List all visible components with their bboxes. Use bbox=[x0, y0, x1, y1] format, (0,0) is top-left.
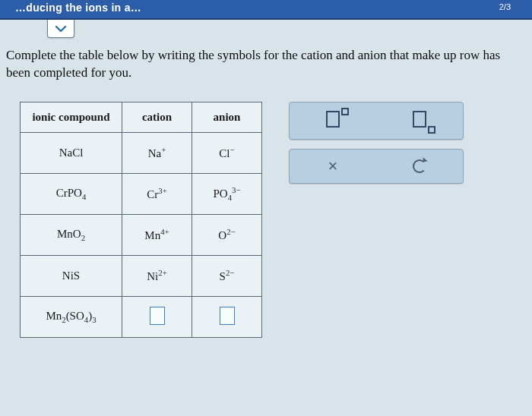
anion-formula: S2− bbox=[220, 269, 235, 282]
instruction-text: Complete the table below by writing the … bbox=[6, 47, 526, 82]
header-compound: ionic compound bbox=[21, 102, 122, 133]
tool-panel: × bbox=[289, 102, 464, 184]
action-toolbar: × bbox=[289, 149, 464, 184]
answer-input[interactable] bbox=[150, 307, 165, 325]
cell-cation[interactable] bbox=[122, 297, 192, 338]
cell-cation: Ni2+ bbox=[122, 256, 192, 297]
cell-cation: Mn4+ bbox=[122, 215, 192, 256]
template-toolbar bbox=[289, 102, 464, 140]
window-titlebar: …ducing the ions in a… 2/3 bbox=[0, 0, 532, 20]
cell-compound: NiS bbox=[21, 256, 122, 297]
ionic-table-wrap: ionic compound cation anion NaClNa+Cl−Cr… bbox=[20, 102, 262, 338]
cell-anion: Cl− bbox=[192, 133, 262, 174]
compound-formula: Mn2(SO4)3 bbox=[46, 310, 96, 324]
anion-formula: O2− bbox=[218, 228, 235, 241]
title-fragment: …ducing the ions in a… bbox=[15, 2, 141, 14]
chevron-down-icon bbox=[55, 24, 67, 33]
section-dropdown[interactable] bbox=[47, 20, 74, 38]
cell-compound: CrPO4 bbox=[21, 174, 122, 215]
cell-compound: Mn2(SO4)3 bbox=[21, 297, 122, 338]
cation-formula: Mn4+ bbox=[144, 228, 169, 241]
table-body: NaClNa+Cl−CrPO4Cr3+PO43−MnO2Mn4+O2−NiSNi… bbox=[21, 133, 262, 338]
table-row: MnO2Mn4+O2− bbox=[21, 215, 262, 256]
cation-formula: Ni2+ bbox=[147, 269, 167, 282]
anion-formula: PO43− bbox=[213, 186, 240, 202]
clear-button[interactable]: × bbox=[315, 154, 351, 178]
cell-compound: NaCl bbox=[21, 133, 122, 174]
anion-formula: Cl− bbox=[219, 146, 234, 159]
reset-icon bbox=[413, 159, 426, 173]
compound-formula: CrPO4 bbox=[56, 188, 87, 201]
cell-anion: O2− bbox=[192, 215, 262, 256]
cation-formula: Cr3+ bbox=[147, 187, 167, 200]
ionic-table: ionic compound cation anion NaClNa+Cl−Cr… bbox=[20, 102, 262, 338]
table-row: Mn2(SO4)3 bbox=[21, 297, 262, 338]
cell-anion[interactable] bbox=[192, 297, 262, 338]
cell-compound: MnO2 bbox=[21, 215, 122, 256]
table-header-row: ionic compound cation anion bbox=[21, 102, 262, 133]
superscript-template-button[interactable] bbox=[312, 108, 354, 134]
cell-cation: Na+ bbox=[122, 133, 192, 174]
cell-anion: PO43− bbox=[192, 174, 262, 215]
superscript-template-icon bbox=[326, 111, 340, 131]
reset-button[interactable] bbox=[401, 154, 438, 178]
table-row: NiSNi2+S2− bbox=[21, 256, 262, 297]
answer-input[interactable] bbox=[220, 307, 235, 325]
subscript-template-icon bbox=[413, 111, 426, 131]
table-row: CrPO4Cr3+PO43− bbox=[21, 174, 262, 215]
subscript-template-button[interactable] bbox=[398, 108, 441, 134]
compound-formula: NaCl bbox=[59, 147, 84, 159]
cell-cation: Cr3+ bbox=[122, 174, 192, 215]
header-cation: cation bbox=[122, 102, 192, 133]
page-progress: 2/3 bbox=[499, 2, 511, 11]
cell-anion: S2− bbox=[192, 256, 262, 297]
x-icon: × bbox=[328, 156, 338, 176]
compound-formula: NiS bbox=[62, 270, 80, 282]
table-row: NaClNa+Cl− bbox=[21, 133, 262, 174]
compound-formula: MnO2 bbox=[57, 228, 85, 242]
header-anion: anion bbox=[192, 102, 262, 133]
cation-formula: Na+ bbox=[148, 146, 166, 159]
